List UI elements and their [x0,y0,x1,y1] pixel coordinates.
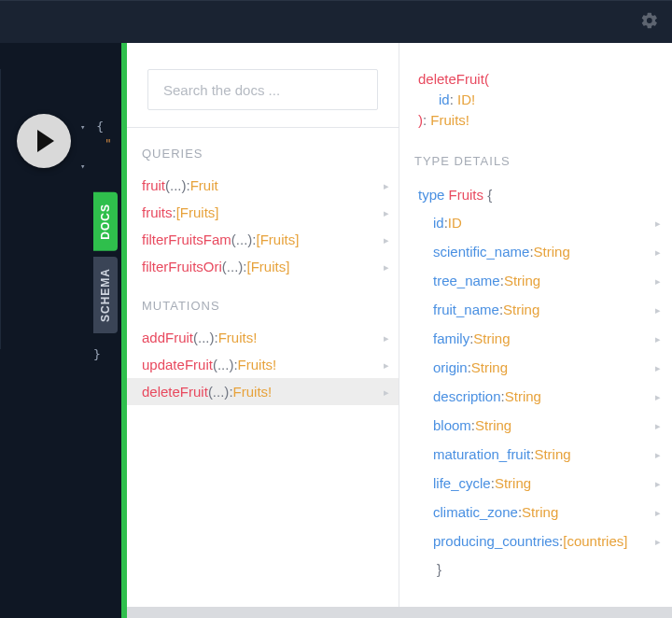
brace-open: { [96,119,104,133]
mutation-name: updateFruit [142,357,213,372]
query-args: (...) [231,232,253,247]
chevron-right-icon: ▸ [384,233,389,246]
docs-detail-column: deleteFruit( id: ID! ): Fruits! TYPE DET… [399,43,672,618]
mutation-return-type: Fruits! [233,384,273,400]
field-name: climatic_zone [433,504,518,520]
field-name: tree_name [433,273,500,288]
play-icon [37,130,54,152]
sig-arg-name: id [439,91,450,107]
docs-nav-column: QUERIES fruit(...): Fruit ▸ fruits: [Fru… [127,43,399,618]
tab-docs[interactable]: DOCS [93,192,118,251]
mutation-args: (...) [193,330,215,345]
docs-panel: QUERIES fruit(...): Fruit ▸ fruits: [Fru… [127,43,672,618]
field-type: [countries] [563,533,627,549]
field-row-bloom[interactable]: bloom: String▸ [418,411,663,440]
mutation-args: (...) [208,384,230,400]
mutation-name: addFruit [142,330,193,345]
query-row-fruit[interactable]: fruit(...): Fruit ▸ [127,172,399,199]
field-name: life_cycle [433,475,491,491]
field-name: family [433,330,469,346]
query-row-filterfruitsori[interactable]: filterFruitsOri(...): [Fruits] ▸ [127,253,399,280]
section-mutations-title: MUTATIONS [127,280,399,324]
field-row-life_cycle[interactable]: life_cycle: String▸ [418,469,663,498]
chevron-right-icon: ▸ [384,331,389,344]
brace-close: } [93,347,101,361]
field-name: id [433,215,444,231]
query-row-filterfruitsfam[interactable]: filterFruitsFam(...): [Fruits] ▸ [127,226,399,253]
field-name: description [433,388,501,404]
query-return-type: [Fruits] [247,259,290,274]
query-name: filterFruitsFam [142,232,231,247]
field-type: String [522,504,558,520]
section-queries-title: QUERIES [127,128,399,172]
chevron-right-icon: ▸ [655,506,661,518]
field-row-description[interactable]: description: String▸ [418,382,663,411]
field-row-maturation_fruit[interactable]: maturation_fruit: String▸ [418,440,663,469]
mutation-return-type: Fruits! [218,330,258,345]
chevron-right-icon: ▸ [384,386,389,398]
field-name: origin [433,359,468,375]
chevron-right-icon: ▸ [384,179,389,191]
field-row-family[interactable]: family: String▸ [418,324,663,353]
mutation-row-addfruit[interactable]: addFruit(...): Fruits! ▸ [127,324,399,351]
field-type: String [471,359,508,375]
field-name: bloom [433,417,471,433]
mutation-name: deleteFruit [142,384,208,400]
scrollbar-track[interactable] [127,607,672,618]
chevron-right-icon: ▸ [655,477,661,489]
topbar [0,0,672,43]
field-name: fruit_name [433,302,499,317]
field-type: String [495,475,531,491]
chevron-right-icon: ▸ [655,361,661,373]
field-type: String [473,330,510,346]
chevron-right-icon: ▸ [655,448,661,460]
query-row-fruits[interactable]: fruits: [Fruits] ▸ [127,199,399,226]
type-keyword: type [418,187,444,203]
field-row-id[interactable]: id: ID▸ [418,208,663,237]
chevron-right-icon: ▸ [655,332,661,344]
query-name: fruits [142,204,173,220]
sig-open-paren: ( [484,71,489,87]
query-return-type: Fruit [190,177,218,193]
gear-icon[interactable] [640,11,659,34]
query-name: filterFruitsOri [142,259,222,274]
execute-button[interactable] [17,114,71,168]
field-row-fruit_name[interactable]: fruit_name: String▸ [418,295,663,324]
sig-name: deleteFruit [418,71,484,87]
field-row-producing_countries[interactable]: producing_countries: [countries]▸ [418,527,663,555]
field-type: String [534,244,570,260]
section-type-details-title: TYPE DETAILS [399,135,672,179]
query-return-type: [Fruits] [257,232,300,247]
field-name: maturation_fruit [433,446,530,462]
chevron-right-icon: ▸ [655,419,661,431]
brace-close: } [437,561,441,577]
field-name: producing_countries [433,533,559,549]
query-return-type: [Fruits] [176,204,219,220]
mutation-return-type: Fruits! [238,357,277,372]
sig-arg-type: ID! [457,91,475,107]
field-row-scientific_name[interactable]: scientific_name: String▸ [418,237,663,266]
signature: deleteFruit( id: ID! ): Fruits! [399,43,672,135]
query-args: (...) [165,177,187,193]
field-row-tree_name[interactable]: tree_name: String▸ [418,266,663,295]
field-name: scientific_name [433,244,529,260]
chevron-right-icon: ▸ [655,274,661,287]
query-name: fruit [142,177,165,193]
mutation-row-updatefruit[interactable]: updateFruit(...): Fruits! ▸ [127,351,399,378]
field-type: String [505,388,541,404]
sig-return-type: Fruits! [430,112,469,128]
field-row-climatic_zone[interactable]: climatic_zone: String▸ [418,498,663,527]
field-row-origin[interactable]: origin: String▸ [418,353,663,382]
mutation-args: (...) [213,357,234,372]
string-quote: " [105,136,112,150]
chevron-right-icon: ▸ [655,390,661,402]
chevron-right-icon: ▸ [384,358,389,371]
tab-schema[interactable]: SCHEMA [93,257,118,333]
search-input[interactable] [147,69,378,110]
fold-toggle-icon[interactable]: ▾ [80,162,85,171]
type-definition: type Fruits { id: ID▸scientific_name: St… [399,179,672,577]
fold-toggle-icon[interactable]: ▾ [80,122,85,132]
side-tabs: DOCS SCHEMA [93,192,118,339]
chevron-right-icon: ▸ [655,303,661,316]
mutation-row-deletefruit[interactable]: deleteFruit(...): Fruits! ▸ [127,378,399,405]
